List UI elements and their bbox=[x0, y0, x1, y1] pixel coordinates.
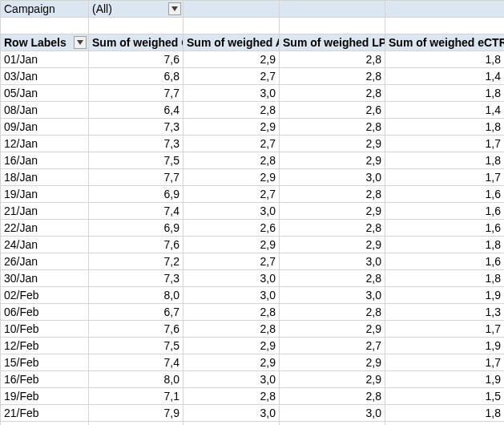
pivot-filter-field-label: Campaign bbox=[1, 1, 89, 18]
value-cell-ar: 2,7 bbox=[183, 68, 280, 85]
filter-dropdown-button[interactable] bbox=[168, 2, 181, 15]
value-cell-lpe: 2,8 bbox=[280, 119, 385, 136]
value-cell-ar: 3,0 bbox=[183, 85, 280, 102]
row-label: 30/Jan bbox=[1, 270, 89, 287]
table-row: 19/Jan6,92,72,81,6 bbox=[1, 186, 505, 203]
table-row: 26/Jan7,22,73,01,6 bbox=[1, 253, 505, 270]
table-row: 18/Jan7,72,93,01,7 bbox=[1, 169, 505, 186]
value-cell-ar: 2,8 bbox=[183, 102, 280, 119]
value-cell-qs: 8,0 bbox=[89, 371, 183, 388]
value-cell-ectr: 1,7 bbox=[385, 169, 505, 186]
row-label: 21/Feb bbox=[1, 405, 89, 422]
value-cell-qs: 6,4 bbox=[89, 102, 183, 119]
table-row: 30/Jan7,33,02,81,8 bbox=[1, 270, 505, 287]
value-cell-ar: 3,0 bbox=[183, 405, 280, 422]
value-cell-ar: 2,9 bbox=[183, 169, 280, 186]
value-cell-qs: 7,3 bbox=[89, 119, 183, 136]
row-label: 24/Jan bbox=[1, 237, 89, 253]
value-cell-qs: 8,0 bbox=[89, 287, 183, 304]
value-cell-lpe: 2,9 bbox=[280, 321, 385, 338]
row-label: 19/Feb bbox=[1, 388, 89, 405]
value-cell-lpe: 2,8 bbox=[280, 85, 385, 102]
value-cell-ar: 3,0 bbox=[183, 270, 280, 287]
value-cell-ectr: 1,7 bbox=[385, 136, 505, 152]
row-label: 01/Jan bbox=[1, 51, 89, 68]
value-cell-ar: 3,0 bbox=[183, 371, 280, 388]
value-cell-ectr: 1,6 bbox=[385, 220, 505, 237]
value-cell-ar: 2,8 bbox=[183, 152, 280, 169]
value-cell-lpe: 2,8 bbox=[280, 68, 385, 85]
value-cell-lpe: 2,8 bbox=[280, 388, 385, 405]
table-row: 16/Feb8,03,02,91,9 bbox=[1, 371, 505, 388]
col-header-ar: Sum of weighed AR bbox=[183, 34, 280, 51]
row-label: 25/Feb bbox=[1, 422, 89, 426]
value-cell-lpe: 2,9 bbox=[280, 371, 385, 388]
row-label: 09/Jan bbox=[1, 119, 89, 136]
value-cell-ectr: 1,8 bbox=[385, 152, 505, 169]
chevron-down-icon bbox=[171, 6, 178, 11]
value-cell-ectr: 1,6 bbox=[385, 203, 505, 220]
value-cell-ar: 2,7 bbox=[183, 186, 280, 203]
row-labels-header: Row Labels bbox=[4, 36, 67, 49]
row-labels-header-cell[interactable]: Row Labels bbox=[1, 34, 89, 51]
value-cell-ar: 2,9 bbox=[183, 119, 280, 136]
table-row: 22/Jan6,92,62,81,6 bbox=[1, 220, 505, 237]
value-cell-qs: 7,7 bbox=[89, 169, 183, 186]
value-cell-qs: 7,4 bbox=[89, 203, 183, 220]
table-row: 08/Jan6,42,82,61,4 bbox=[1, 102, 505, 119]
value-cell-lpe: 2,8 bbox=[280, 186, 385, 203]
row-label: 19/Jan bbox=[1, 186, 89, 203]
table-row: 19/Feb7,12,82,81,5 bbox=[1, 388, 505, 405]
value-cell-lpe: 2,9 bbox=[280, 136, 385, 152]
row-label: 12/Feb bbox=[1, 338, 89, 354]
table-row: 15/Feb7,42,92,91,7 bbox=[1, 354, 505, 371]
row-labels-dropdown-button[interactable] bbox=[74, 36, 87, 49]
blank-cell bbox=[280, 1, 385, 18]
pivot-header-row: Row Labels Sum of weighed QS Sum of weig… bbox=[1, 34, 505, 51]
table-row: 05/Jan7,73,02,81,8 bbox=[1, 85, 505, 102]
table-row: 12/Feb7,52,92,71,9 bbox=[1, 338, 505, 354]
pivot-filter-value-cell[interactable]: (All) bbox=[89, 1, 183, 18]
value-cell-ectr: 1,3 bbox=[385, 304, 505, 321]
value-cell-qs: 7,4 bbox=[89, 354, 183, 371]
value-cell-qs: 6,8 bbox=[89, 68, 183, 85]
value-cell-lpe: 3,0 bbox=[280, 287, 385, 304]
table-row: 09/Jan7,32,92,81,8 bbox=[1, 119, 505, 136]
table-row: 24/Jan7,62,92,91,8 bbox=[1, 237, 505, 253]
row-label: 21/Jan bbox=[1, 203, 89, 220]
value-cell-lpe: 3,0 bbox=[280, 253, 385, 270]
value-cell-ar: 3,0 bbox=[183, 287, 280, 304]
value-cell-ar: 2,7 bbox=[183, 136, 280, 152]
value-cell-qs: 7,9 bbox=[89, 422, 183, 426]
value-cell-ectr: 1,6 bbox=[385, 253, 505, 270]
row-label: 03/Jan bbox=[1, 68, 89, 85]
pivot-filter-row: Campaign (All) bbox=[1, 1, 505, 18]
value-cell-qs: 7,6 bbox=[89, 51, 183, 68]
value-cell-ar: 3,0 bbox=[183, 422, 280, 426]
value-cell-qs: 7,7 bbox=[89, 85, 183, 102]
value-cell-ectr: 1,7 bbox=[385, 354, 505, 371]
blank-cell bbox=[385, 1, 505, 18]
value-cell-qs: 7,3 bbox=[89, 270, 183, 287]
value-cell-ectr: 1,8 bbox=[385, 405, 505, 422]
value-cell-qs: 6,7 bbox=[89, 304, 183, 321]
row-label: 16/Feb bbox=[1, 371, 89, 388]
row-label: 26/Jan bbox=[1, 253, 89, 270]
value-cell-lpe: 2,8 bbox=[280, 304, 385, 321]
value-cell-qs: 7,6 bbox=[89, 321, 183, 338]
row-label: 12/Jan bbox=[1, 136, 89, 152]
value-cell-lpe: 2,8 bbox=[280, 270, 385, 287]
value-cell-ar: 2,7 bbox=[183, 253, 280, 270]
value-cell-lpe: 2,9 bbox=[280, 203, 385, 220]
value-cell-ar: 2,8 bbox=[183, 304, 280, 321]
col-header-lpe: Sum of weighed LPE bbox=[280, 34, 385, 51]
value-cell-ar: 2,9 bbox=[183, 237, 280, 253]
pivot-table: Campaign (All) Row Labels Sum of w bbox=[0, 0, 504, 425]
value-cell-lpe: 3,0 bbox=[280, 405, 385, 422]
value-cell-lpe: 2,9 bbox=[280, 237, 385, 253]
table-row: 12/Jan7,32,72,91,7 bbox=[1, 136, 505, 152]
pivot-filter-value: (All) bbox=[92, 2, 112, 15]
value-cell-lpe: 2,8 bbox=[280, 51, 385, 68]
value-cell-qs: 7,5 bbox=[89, 338, 183, 354]
value-cell-ectr: 1,9 bbox=[385, 338, 505, 354]
